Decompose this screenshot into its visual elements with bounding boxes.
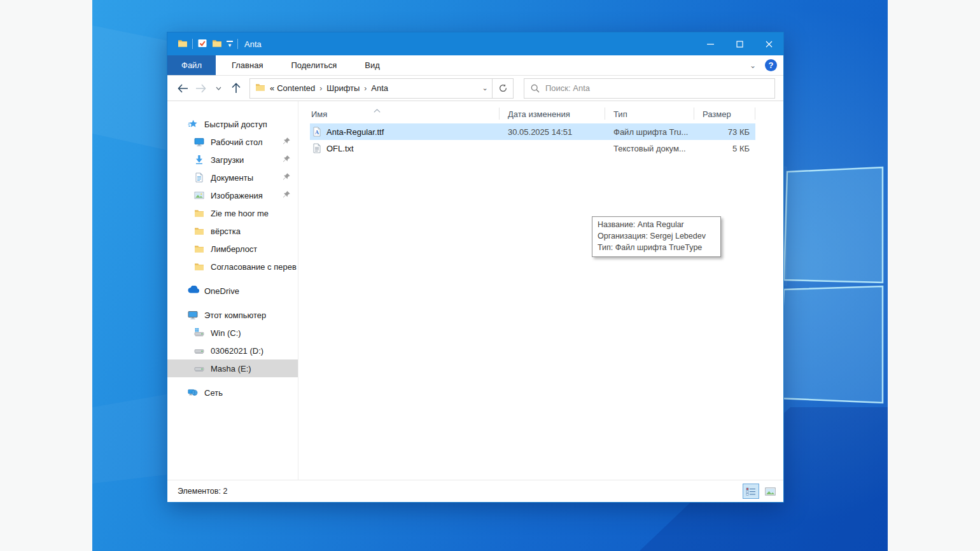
pin-icon — [283, 137, 291, 146]
quick-access-toolbar: ▾ — [167, 38, 238, 50]
sidebar-item-label: Документы — [211, 173, 253, 183]
sidebar-item-label: Zie me hoor me — [211, 209, 269, 218]
sidebar-item-изображения[interactable]: Изображения — [167, 186, 298, 204]
items-count: Элементов: 2 — [178, 487, 227, 496]
column-header-тип[interactable]: Тип — [605, 104, 694, 123]
sidebar-item-label: вёрстка — [211, 227, 241, 236]
column-header-дата-изменения[interactable]: Дата изменения — [500, 104, 605, 123]
sidebar-item-сеть[interactable]: Сеть — [167, 384, 298, 401]
file-name-cell: AAnta-Regular.ttf — [310, 127, 500, 137]
up-button[interactable] — [229, 80, 243, 97]
thumbnails-view-button[interactable] — [762, 484, 778, 499]
maximize-button[interactable] — [725, 32, 754, 55]
status-bar: Элементов: 2 — [167, 480, 783, 502]
sidebar-item-label: Win (C:) — [211, 328, 241, 338]
sidebar-item-win-c-[interactable]: Win (C:) — [167, 324, 298, 342]
file-type-cell: Текстовый докум... — [605, 144, 694, 153]
sidebar-item-label: Согласование с перев — [211, 262, 297, 272]
navigation-pane: Быстрый доступРабочий столЗагрузкиДокуме… — [167, 101, 298, 480]
computer-icon — [188, 310, 198, 320]
file-size-cell: 5 КБ — [694, 144, 755, 153]
sidebar-item-onedrive[interactable]: OneDrive — [167, 282, 298, 300]
file-row-anta-regular-ttf[interactable]: AAnta-Regular.ttf30.05.2025 14:51Файл шр… — [310, 123, 755, 140]
pictures-icon — [194, 190, 204, 200]
tab-поделиться[interactable]: Поделиться — [279, 55, 349, 75]
close-button[interactable] — [754, 32, 783, 55]
tab-главная[interactable]: Главная — [220, 55, 275, 75]
desktop-icon — [194, 137, 204, 147]
breadcrumb-separator-icon: › — [318, 84, 324, 93]
address-bar[interactable]: «Contented›Шрифты›Anta ⌄ — [249, 78, 493, 99]
sidebar-item-загрузки[interactable]: Загрузки — [167, 151, 298, 169]
drive-win-icon — [194, 328, 204, 338]
sidebar-item-label: Изображения — [211, 191, 263, 200]
sidebar-item-label: Загрузки — [211, 155, 244, 165]
folder-icon — [194, 226, 204, 236]
separator — [237, 39, 238, 49]
tooltip-line: Название: Anta Regular — [598, 219, 715, 230]
minimize-button[interactable] — [696, 32, 725, 55]
sidebar-item-label: Сеть — [204, 388, 223, 398]
column-header-размер[interactable]: Размер — [694, 104, 755, 123]
search-box[interactable] — [524, 78, 775, 99]
navigation-toolbar: «Contented›Шрифты›Anta ⌄ — [167, 76, 783, 101]
title-bar: ▾ Anta — [167, 32, 783, 55]
sidebar-item-документы[interactable]: Документы — [167, 169, 298, 186]
sidebar-item-label: Рабочий стол — [211, 137, 263, 147]
file-type-cell: Файл шрифта Tru... — [605, 127, 694, 137]
sidebar-item-быстрый-доступ[interactable]: Быстрый доступ — [167, 115, 298, 133]
sidebar-item-zie-me-hoor-me[interactable]: Zie me hoor me — [167, 204, 298, 222]
properties-check-icon[interactable] — [197, 38, 207, 50]
pin-icon — [283, 155, 291, 164]
folder-icon — [178, 38, 188, 50]
folder-icon[interactable] — [212, 38, 222, 50]
breadcrumb-segment[interactable]: Contented — [277, 83, 315, 93]
breadcrumb: «Contented›Шрифты›Anta — [270, 83, 478, 93]
sidebar-item-лимберлост[interactable]: Лимберлост — [167, 240, 298, 258]
tooltip-line: Организация: Sergej Lebedev — [598, 230, 715, 242]
sidebar-item-label: Masha (E:) — [211, 364, 251, 373]
drive-icon — [194, 345, 204, 356]
address-dropdown-icon[interactable]: ⌄ — [478, 84, 492, 92]
file-tooltip: Название: Anta RegularОрганизация: Serge… — [592, 216, 721, 257]
folder-icon — [194, 244, 204, 254]
sidebar-item-masha-e-[interactable]: Masha (E:) — [167, 359, 298, 377]
details-view-button[interactable] — [743, 484, 759, 499]
sidebar-item-согласование-с-перев[interactable]: Согласование с перев — [167, 258, 298, 276]
folder-icon — [194, 262, 204, 272]
tab-вид[interactable]: Вид — [353, 55, 392, 75]
file-list: ИмяДата измененияТипРазмер AAnta-Regular… — [298, 101, 783, 480]
file-row-ofl-txt[interactable]: OFL.txtТекстовый докум...5 КБ — [310, 140, 755, 157]
document-icon — [194, 172, 204, 183]
help-button[interactable]: ? — [765, 59, 777, 71]
tab-file[interactable]: Файл — [167, 55, 216, 75]
sidebar-item-рабочий-стол[interactable]: Рабочий стол — [167, 133, 298, 151]
sidebar-item-label: Быстрый доступ — [204, 120, 267, 129]
breadcrumb-segment[interactable]: Шрифты — [326, 83, 360, 93]
search-input[interactable] — [545, 83, 768, 93]
back-button[interactable] — [176, 80, 190, 97]
column-header-имя[interactable]: Имя — [298, 104, 500, 123]
expand-ribbon-icon[interactable]: ⌄ — [750, 61, 756, 70]
refresh-button[interactable] — [493, 78, 514, 99]
sidebar-item-label: Этот компьютер — [204, 310, 266, 320]
qat-dropdown-icon[interactable]: ▾ — [227, 41, 233, 47]
sidebar-item-вёрстка[interactable]: вёрстка — [167, 222, 298, 240]
column-header-row: ИмяДата измененияТипРазмер — [298, 104, 783, 123]
sidebar-item-03062021-d-[interactable]: 03062021 (D:) — [167, 342, 298, 359]
file-date-cell: 30.05.2025 14:51 — [500, 127, 605, 137]
file-name-cell: OFL.txt — [310, 143, 500, 153]
breadcrumb-collapse-chevron[interactable]: « — [270, 83, 274, 93]
sidebar-item-label: OneDrive — [204, 286, 239, 296]
breadcrumb-segment[interactable]: Anta — [371, 83, 388, 93]
svg-text:A: A — [315, 129, 319, 136]
recent-locations-icon[interactable] — [211, 80, 225, 97]
drive-icon — [194, 363, 204, 373]
sort-ascending-icon — [374, 105, 381, 115]
forward-button[interactable] — [193, 80, 207, 97]
file-name: OFL.txt — [326, 144, 354, 153]
text-file-icon — [312, 143, 322, 153]
breadcrumb-separator-icon: › — [362, 84, 368, 93]
network-icon — [188, 387, 198, 398]
sidebar-item-этот-компьютер[interactable]: Этот компьютер — [167, 306, 298, 324]
